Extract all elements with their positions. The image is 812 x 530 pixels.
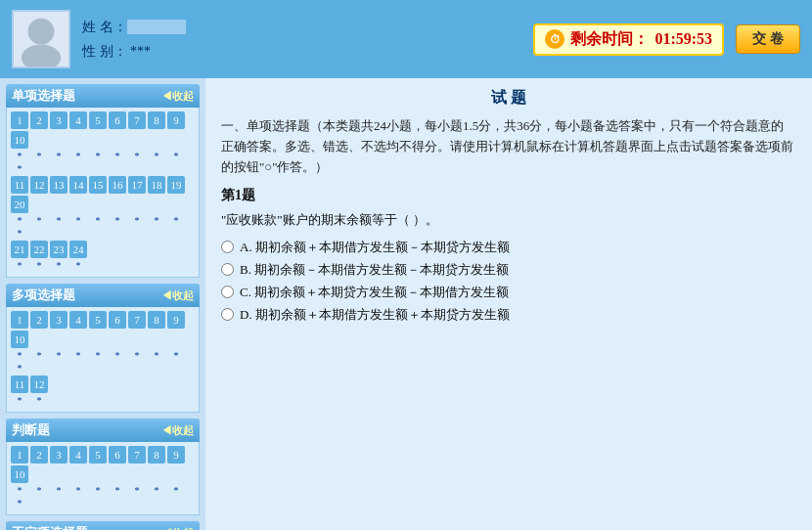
q-cell[interactable]: 7 bbox=[128, 111, 146, 129]
multi-choice-section: 多项选择题 ◀收起 1 2 3 4 5 6 7 8 9 10 * bbox=[6, 284, 200, 413]
star: * bbox=[30, 485, 48, 496]
radio-d[interactable] bbox=[221, 308, 234, 321]
q-cell[interactable]: 1 bbox=[11, 111, 28, 129]
single-stars-1: * * * * * * * * * * bbox=[11, 151, 195, 174]
star: * bbox=[11, 228, 28, 239]
star: * bbox=[128, 215, 146, 226]
star: * bbox=[128, 485, 146, 496]
star: * bbox=[50, 350, 68, 361]
star: * bbox=[11, 260, 28, 271]
q-cell[interactable]: 14 bbox=[69, 176, 87, 194]
q-cell[interactable]: 6 bbox=[109, 111, 126, 129]
star: * bbox=[11, 151, 28, 161]
multi-choice-collapse[interactable]: ◀收起 bbox=[161, 288, 194, 303]
q-cell[interactable]: 11 bbox=[11, 375, 28, 393]
q-cell[interactable]: 24 bbox=[69, 241, 87, 258]
star: * bbox=[89, 151, 107, 161]
q-cell[interactable]: 1 bbox=[11, 311, 28, 329]
q-cell[interactable]: 10 bbox=[11, 465, 28, 483]
question-label: 第1题 bbox=[221, 187, 796, 204]
q-cell[interactable]: 12 bbox=[30, 176, 48, 194]
star: * bbox=[89, 485, 107, 496]
q-cell[interactable]: 6 bbox=[109, 446, 126, 464]
star: * bbox=[148, 485, 165, 496]
q-cell[interactable]: 4 bbox=[69, 111, 87, 129]
q-cell[interactable]: 9 bbox=[167, 111, 185, 129]
judgment-collapse[interactable]: ◀收起 bbox=[161, 423, 194, 438]
multi-row-1: 1 2 3 4 5 6 7 8 9 10 bbox=[11, 311, 195, 348]
star: * bbox=[11, 163, 28, 174]
q-cell[interactable]: 2 bbox=[30, 111, 48, 129]
gender-value: *** bbox=[130, 44, 151, 59]
single-choice-collapse[interactable]: ◀收起 bbox=[161, 89, 194, 104]
uncertain-collapse[interactable]: ◀收起 bbox=[161, 526, 194, 531]
q-cell[interactable]: 17 bbox=[128, 176, 146, 194]
right-panel: 试 题 一、单项选择题（本类题共24小题，每小题1.5分，共36分，每小题备选答… bbox=[205, 78, 812, 530]
q-cell[interactable]: 10 bbox=[11, 131, 28, 149]
radio-c[interactable] bbox=[221, 286, 234, 298]
q-cell[interactable]: 3 bbox=[50, 311, 68, 329]
option-a[interactable]: A. 期初余额＋本期借方发生额－本期贷方发生额 bbox=[221, 239, 796, 256]
multi-row-2: 11 12 bbox=[11, 375, 195, 393]
q-cell[interactable]: 20 bbox=[11, 196, 28, 213]
q-cell[interactable]: 4 bbox=[69, 311, 87, 329]
radio-b[interactable] bbox=[221, 263, 234, 276]
single-stars-2: * * * * * * * * * * bbox=[11, 215, 195, 239]
q-cell[interactable]: 13 bbox=[50, 176, 68, 194]
q-cell[interactable]: 6 bbox=[109, 311, 126, 329]
q-cell[interactable]: 1 bbox=[11, 446, 28, 464]
q-cell[interactable]: 8 bbox=[148, 446, 165, 464]
q-cell[interactable]: 9 bbox=[167, 311, 185, 329]
q-cell[interactable]: 19 bbox=[167, 176, 185, 194]
option-d-text: D. 期初余额＋本期借方发生额＋本期贷方发生额 bbox=[240, 306, 510, 324]
option-b-text: B. 期初余额－本期借方发生额－本期贷方发生额 bbox=[240, 261, 509, 279]
option-d[interactable]: D. 期初余额＋本期借方发生额＋本期贷方发生额 bbox=[221, 306, 796, 324]
q-cell[interactable]: 16 bbox=[109, 176, 126, 194]
judgment-section: 判断题 ◀收起 1 2 3 4 5 6 7 8 9 10 * bbox=[6, 419, 200, 515]
q-cell[interactable]: 10 bbox=[11, 331, 28, 348]
q-cell[interactable]: 7 bbox=[128, 311, 146, 329]
uncertain-header: 不定项选择题 ◀收起 bbox=[6, 521, 200, 530]
option-c[interactable]: C. 期初余额＋本期贷方发生额－本期借方发生额 bbox=[221, 284, 796, 301]
multi-stars-2: * * bbox=[11, 395, 195, 406]
q-cell[interactable]: 4 bbox=[69, 446, 87, 464]
submit-button[interactable]: 交 卷 bbox=[736, 24, 800, 54]
star: * bbox=[109, 350, 126, 361]
q-cell[interactable]: 5 bbox=[89, 446, 107, 464]
q-cell[interactable]: 8 bbox=[148, 111, 165, 129]
judgment-stars-1: * * * * * * * * * * bbox=[11, 485, 195, 508]
q-cell[interactable]: 12 bbox=[30, 375, 48, 393]
star: * bbox=[50, 485, 68, 496]
q-cell[interactable]: 21 bbox=[11, 241, 28, 258]
single-choice-title: 单项选择题 bbox=[12, 87, 75, 105]
star: * bbox=[50, 215, 68, 226]
star: * bbox=[11, 215, 28, 226]
q-cell[interactable]: 23 bbox=[50, 241, 68, 258]
timer-box: ⏱ 剩余时间： 01:59:53 bbox=[533, 23, 724, 56]
timer-label: 剩余时间： bbox=[570, 29, 649, 50]
star: * bbox=[30, 151, 48, 161]
star: * bbox=[167, 485, 185, 496]
q-cell[interactable]: 5 bbox=[89, 111, 107, 129]
q-cell[interactable]: 15 bbox=[89, 176, 107, 194]
q-cell[interactable]: 22 bbox=[30, 241, 48, 258]
single-choice-header: 单项选择题 ◀收起 bbox=[6, 84, 200, 108]
q-cell[interactable]: 2 bbox=[30, 446, 48, 464]
star: * bbox=[109, 151, 126, 161]
q-cell[interactable]: 5 bbox=[89, 311, 107, 329]
radio-a[interactable] bbox=[221, 241, 234, 253]
single-row-2: 11 12 13 14 15 16 17 18 19 20 bbox=[11, 176, 195, 213]
q-cell[interactable]: 11 bbox=[11, 176, 28, 194]
q-cell[interactable]: 7 bbox=[128, 446, 146, 464]
name-label: 姓 名： bbox=[82, 20, 127, 34]
q-cell[interactable]: 9 bbox=[167, 446, 185, 464]
option-b[interactable]: B. 期初余额－本期借方发生额－本期贷方发生额 bbox=[221, 261, 796, 279]
q-cell[interactable]: 3 bbox=[50, 446, 68, 464]
q-cell[interactable]: 18 bbox=[148, 176, 165, 194]
q-cell[interactable]: 3 bbox=[50, 111, 68, 129]
q-cell[interactable]: 8 bbox=[148, 311, 165, 329]
q-cell[interactable]: 2 bbox=[30, 311, 48, 329]
star: * bbox=[50, 260, 68, 271]
timer-value: 01:59:53 bbox=[654, 30, 712, 48]
star: * bbox=[69, 485, 87, 496]
